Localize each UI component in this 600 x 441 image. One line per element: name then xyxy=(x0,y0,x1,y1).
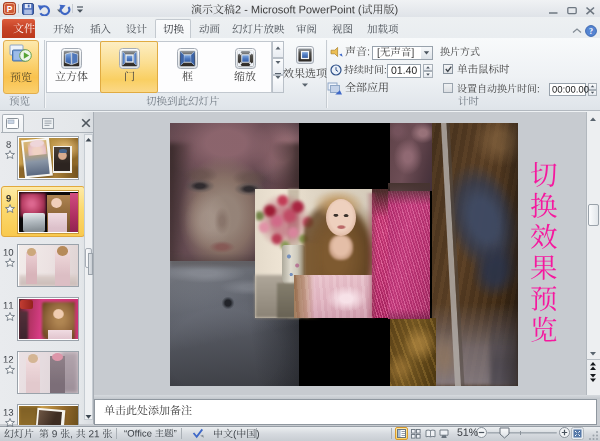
svg-text:P: P xyxy=(7,4,13,14)
svg-text:?: ? xyxy=(589,27,593,36)
